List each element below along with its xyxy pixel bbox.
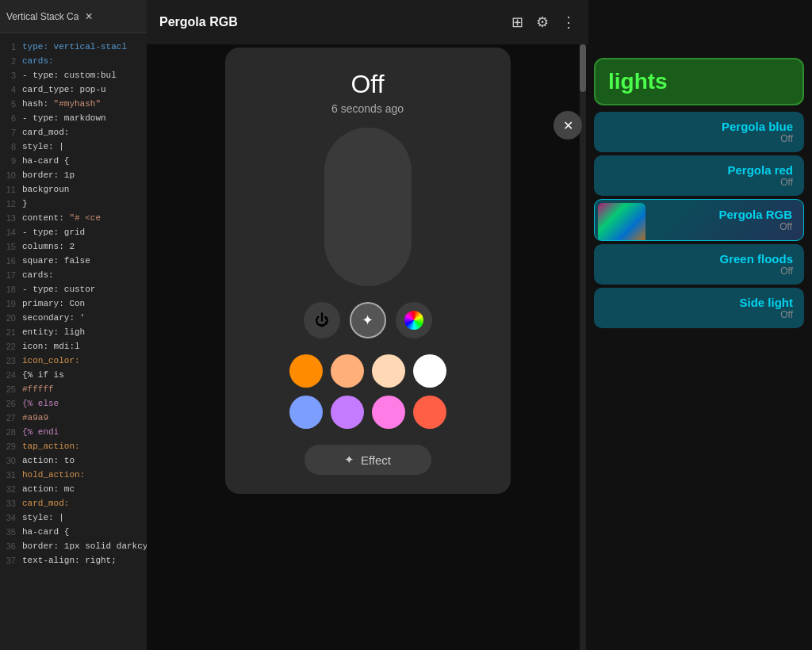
line-content: action: to <box>22 456 75 465</box>
device-name: Green floods <box>605 252 793 266</box>
code-line: 37 text-align: right; <box>0 553 147 568</box>
code-line: 12 } <box>0 197 147 211</box>
scrollbar-track[interactable] <box>580 44 586 650</box>
line-number: 12 <box>0 199 16 208</box>
swatch-purple[interactable] <box>331 396 364 429</box>
code-line: 1type: vertical-stacl <box>0 40 147 54</box>
line-number: 27 <box>0 413 16 422</box>
line-content: card_type: pop-u <box>22 85 106 94</box>
device-item-pergola-red[interactable]: Pergola red Off <box>594 155 804 196</box>
line-content: icon: mdi:l <box>22 342 80 351</box>
close-icon: ✕ <box>563 118 573 133</box>
line-content: border: 1p <box>22 170 75 180</box>
editor-close-icon[interactable]: × <box>85 10 92 24</box>
code-line: 33 card_mod: <box>0 496 147 510</box>
swatch-orange[interactable] <box>289 354 323 388</box>
control-row: ⏻ ✦ <box>225 302 511 338</box>
device-name: Pergola red <box>605 163 793 177</box>
line-content: cards: <box>22 270 54 280</box>
effect-sparkle-icon: ✦ <box>344 453 354 467</box>
line-content: content: "# <ce <box>22 213 101 223</box>
line-number: 31 <box>0 470 16 480</box>
device-status: Off <box>605 177 793 188</box>
brightness-button[interactable]: ✦ <box>350 302 386 338</box>
code-line: 15 columns: 2 <box>0 239 147 254</box>
line-number: 8 <box>0 142 16 151</box>
chart-bar-icon[interactable]: ⊞ <box>511 13 523 31</box>
line-number: 15 <box>0 242 16 251</box>
line-content: - type: custor <box>22 285 95 294</box>
line-content: card_mod: <box>22 128 69 137</box>
device-name: Pergola blue <box>605 120 793 133</box>
line-number: 32 <box>0 484 16 494</box>
line-content: style: | <box>22 513 64 522</box>
line-content: #fffff <box>22 384 54 394</box>
line-number: 21 <box>0 327 16 337</box>
brightness-icon: ✦ <box>362 312 373 329</box>
code-editor[interactable]: Vertical Stack Ca × 1type: vertical-stac… <box>0 0 147 650</box>
code-line: 22 icon: mdi:l <box>0 339 147 354</box>
line-content: hash: "#myhash" <box>22 99 101 109</box>
code-line: 19 primary: Con <box>0 296 147 311</box>
swatch-warm-white[interactable] <box>372 354 405 388</box>
code-line: 29 tap_action: <box>0 439 147 453</box>
code-line: 10 border: 1p <box>0 168 147 182</box>
light-preview-wrap <box>225 128 511 286</box>
line-content: {% if is <box>22 370 64 380</box>
gear-icon[interactable]: ⚙ <box>536 13 549 31</box>
line-number: 22 <box>0 342 16 351</box>
power-button[interactable]: ⏻ <box>304 302 340 338</box>
code-line: 23 icon_color: <box>0 354 147 368</box>
more-vert-icon[interactable]: ⋮ <box>561 13 576 31</box>
line-content: hold_action: <box>22 470 85 480</box>
code-line: 9 ha-card { <box>0 154 147 168</box>
line-content: } <box>22 199 28 208</box>
line-number: 37 <box>0 556 16 565</box>
dialog-state-title: Off <box>225 70 511 99</box>
code-line: 16 square: false <box>0 254 147 268</box>
lights-button[interactable]: lights <box>594 58 804 105</box>
header-title: Pergola RGB <box>159 15 499 29</box>
line-number: 36 <box>0 541 16 551</box>
line-number: 7 <box>0 128 16 137</box>
code-line: 18 - type: custor <box>0 282 147 296</box>
code-lines: 1type: vertical-stacl2cards:3 - type: cu… <box>0 33 147 574</box>
line-number: 2 <box>0 56 16 66</box>
line-content: - type: markdown <box>22 113 106 123</box>
line-content: text-align: right; <box>22 556 117 565</box>
swatch-peach[interactable] <box>331 354 364 388</box>
close-panel-button[interactable]: ✕ <box>553 111 582 140</box>
line-content: square: false <box>22 256 90 266</box>
code-line: 25 #fffff <box>0 382 147 396</box>
code-line: 20 secondary: ' <box>0 311 147 325</box>
code-line: 7 card_mod: <box>0 125 147 140</box>
line-number: 11 <box>0 185 16 194</box>
editor-tab-bar: Vertical Stack Ca × <box>0 0 147 33</box>
swatch-blue[interactable] <box>289 396 323 429</box>
device-item-pergola-blue[interactable]: Pergola blue Off <box>594 112 804 152</box>
line-number: 29 <box>0 442 16 451</box>
code-line: 27 #a9a9 <box>0 411 147 425</box>
device-item-side-light[interactable]: Side light Off <box>594 288 804 328</box>
code-line: 36 border: 1px solid darkcyan; <box>0 539 147 553</box>
device-list: Pergola blue Off Pergola red Off Pergola… <box>586 112 812 328</box>
effect-button[interactable]: ✦ Effect <box>304 445 431 475</box>
right-panel-scroll: lights Pergola blue Off Pergola red Off … <box>586 0 812 328</box>
swatch-pink[interactable] <box>372 396 405 429</box>
swatch-white[interactable] <box>413 354 446 388</box>
code-line: 5 hash: "#myhash" <box>0 97 147 111</box>
scrollbar-thumb[interactable] <box>580 44 586 92</box>
line-content: columns: 2 <box>22 242 75 251</box>
color-wheel-button[interactable] <box>396 302 432 338</box>
device-item-pergola-rgb[interactable]: Pergola RGB Off <box>594 199 804 241</box>
swatch-red-orange[interactable] <box>413 396 446 429</box>
code-line: 2cards: <box>0 54 147 68</box>
line-number: 20 <box>0 313 16 323</box>
code-line: 24 {% if is <box>0 368 147 382</box>
device-item-green-floods[interactable]: Green floods Off <box>594 244 804 285</box>
line-number: 34 <box>0 513 16 522</box>
line-content: card_mod: <box>22 499 69 508</box>
line-number: 24 <box>0 370 16 380</box>
code-line: 26 {% else <box>0 396 147 411</box>
line-content: secondary: ' <box>22 313 85 323</box>
